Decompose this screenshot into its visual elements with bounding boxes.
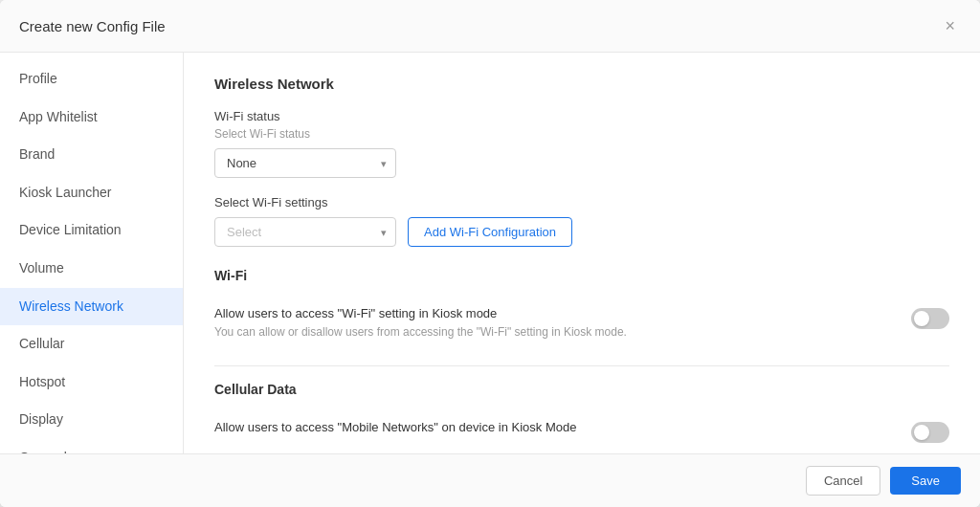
sidebar-item-volume[interactable]: Volume <box>0 250 183 288</box>
wifi-settings-field: Select Wi-Fi settings Select ▾ Add Wi-Fi… <box>214 195 949 247</box>
sidebar-item-device-limitation[interactable]: Device Limitation <box>0 211 183 250</box>
wifi-subsection: Wi-Fi Allow users to access "Wi-Fi" sett… <box>214 268 949 350</box>
dialog-body: Profile App Whitelist Brand Kiosk Launch… <box>0 53 980 453</box>
cellular-access-toggle-row: Allow users to access "Mobile Networks" … <box>214 410 949 452</box>
dialog-title: Create new Config File <box>19 18 166 34</box>
sidebar-item-kiosk-launcher[interactable]: Kiosk Launcher <box>0 174 183 212</box>
dialog-footer: Cancel Save <box>0 453 980 507</box>
wifi-settings-select-wrapper: Select ▾ <box>214 217 396 247</box>
create-config-dialog: Create new Config File × Profile App Whi… <box>0 0 980 507</box>
sidebar-item-display[interactable]: Display <box>0 401 183 439</box>
section-title: Wireless Network <box>214 76 949 92</box>
wifi-settings-row: Select ▾ Add Wi-Fi Configuration <box>214 217 949 247</box>
main-content: Wireless Network Wi-Fi status Select Wi-… <box>184 53 980 453</box>
wifi-status-label: Wi-Fi status <box>214 109 949 123</box>
wifi-access-toggle-row: Allow users to access "Wi-Fi" setting in… <box>214 297 949 350</box>
wifi-access-sublabel: You can allow or disallow users from acc… <box>214 324 888 341</box>
wifi-settings-label: Select Wi-Fi settings <box>214 195 949 209</box>
sidebar: Profile App Whitelist Brand Kiosk Launch… <box>0 53 184 453</box>
cellular-section-title: Cellular Data <box>214 382 949 397</box>
dialog-header: Create new Config File × <box>0 0 980 53</box>
cellular-access-text: Allow users to access "Mobile Networks" … <box>214 420 911 438</box>
wifi-access-text: Allow users to access "Wi-Fi" setting in… <box>214 306 911 341</box>
cellular-access-toggle-thumb <box>914 425 929 440</box>
sidebar-item-wireless-network[interactable]: Wireless Network <box>0 288 183 326</box>
cellular-access-label: Allow users to access "Mobile Networks" … <box>214 420 888 434</box>
section-divider <box>214 365 949 366</box>
add-wifi-button[interactable]: Add Wi-Fi Configuration <box>408 217 572 247</box>
wifi-access-label: Allow users to access "Wi-Fi" setting in… <box>214 306 888 320</box>
wifi-status-select-wrapper: None Enabled Disabled ▾ <box>214 148 396 178</box>
sidebar-item-general[interactable]: General <box>0 439 183 453</box>
sidebar-item-hotspot[interactable]: Hotspot <box>0 364 183 402</box>
wifi-status-sublabel: Select Wi-Fi status <box>214 127 949 141</box>
cancel-button[interactable]: Cancel <box>806 466 880 496</box>
wifi-status-field: Wi-Fi status Select Wi-Fi status None En… <box>214 109 949 178</box>
save-button[interactable]: Save <box>890 467 961 495</box>
wifi-settings-select[interactable]: Select <box>214 217 396 247</box>
wifi-access-toggle[interactable] <box>911 308 949 329</box>
cellular-access-toggle[interactable] <box>911 422 949 443</box>
close-button[interactable]: × <box>939 15 961 36</box>
sidebar-item-profile[interactable]: Profile <box>0 60 183 99</box>
wifi-status-select[interactable]: None Enabled Disabled <box>214 148 396 178</box>
wifi-access-toggle-thumb <box>914 311 929 326</box>
sidebar-item-app-whitelist[interactable]: App Whitelist <box>0 99 183 137</box>
cellular-section: Cellular Data Allow users to access "Mob… <box>214 382 949 452</box>
wifi-subsection-title: Wi-Fi <box>214 268 949 283</box>
sidebar-item-cellular[interactable]: Cellular <box>0 325 183 364</box>
sidebar-item-brand[interactable]: Brand <box>0 136 183 174</box>
